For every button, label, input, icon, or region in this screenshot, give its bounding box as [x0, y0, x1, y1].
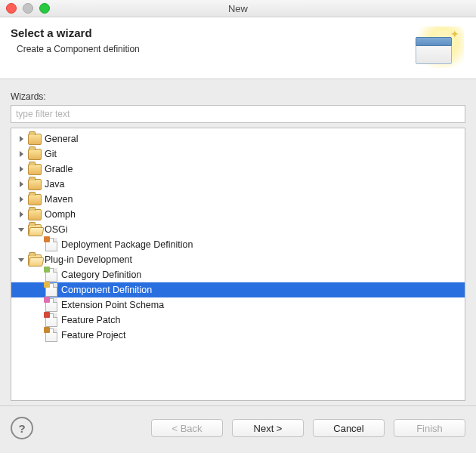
- chevron-right-icon[interactable]: [16, 209, 26, 220]
- tree-node-label: Git: [45, 146, 63, 162]
- tree-node-cat[interactable]: Category Definition: [11, 267, 465, 282]
- folder-icon: [28, 179, 42, 190]
- tree-node-label: Deployment Package Definition: [61, 237, 199, 252]
- filter-input[interactable]: [11, 105, 465, 123]
- tree-node-comp[interactable]: Component Definition: [11, 282, 465, 297]
- close-icon[interactable]: [6, 3, 17, 14]
- tree-node-java[interactable]: Java: [11, 177, 465, 192]
- chevron-right-icon[interactable]: [16, 194, 26, 205]
- chevron-right-icon[interactable]: [16, 164, 26, 174]
- tree-node-pde[interactable]: Plug-in Development: [11, 252, 465, 267]
- tree-node-label: Extension Point Schema: [61, 297, 170, 313]
- back-button[interactable]: < Back: [151, 419, 223, 437]
- tree-node-maven[interactable]: Maven: [11, 192, 465, 207]
- tree-node-label: General: [45, 131, 84, 146]
- window-controls: [6, 3, 50, 14]
- chevron-down-icon[interactable]: [16, 254, 26, 265]
- cancel-button[interactable]: Cancel: [313, 419, 385, 437]
- tree-node-osgi[interactable]: OSGi: [11, 222, 465, 237]
- tree-node-label: OSGi: [45, 222, 74, 237]
- tree-node-label: Gradle: [45, 162, 79, 177]
- footer: ? < Back Next > Cancel Finish: [0, 405, 476, 453]
- tree-node-dpp[interactable]: Deployment Package Definition: [11, 237, 465, 252]
- tree-node-label: Component Definition: [61, 282, 158, 297]
- folder-icon: [28, 134, 42, 145]
- document-icon: [45, 283, 57, 297]
- next-button[interactable]: Next >: [232, 419, 304, 437]
- tree-node-gradle[interactable]: Gradle: [11, 162, 465, 177]
- tree-node-label: Maven: [45, 192, 79, 207]
- document-icon: [45, 268, 57, 282]
- tree-node-oomph[interactable]: Oomph: [11, 207, 465, 222]
- tree-node-label: Java: [45, 177, 70, 192]
- folder-icon: [28, 149, 42, 160]
- tree-node-label: Feature Project: [61, 328, 131, 343]
- chevron-right-icon[interactable]: [16, 149, 26, 159]
- document-icon: [45, 328, 57, 342]
- banner-heading: Select a wizard: [11, 26, 140, 39]
- minimize-icon: [23, 3, 33, 14]
- document-icon: [45, 313, 57, 327]
- help-icon[interactable]: ?: [11, 417, 33, 439]
- tree-node-git[interactable]: Git: [11, 146, 465, 162]
- document-icon: [45, 298, 57, 312]
- title-bar: New: [0, 0, 476, 17]
- chevron-right-icon[interactable]: [16, 179, 26, 190]
- tree-node-label: Oomph: [45, 207, 82, 222]
- folder-icon: [28, 194, 42, 205]
- wizards-label: Wizards:: [11, 91, 465, 102]
- folder-open-icon: [28, 224, 42, 236]
- chevron-right-icon[interactable]: [16, 134, 26, 144]
- window-title: New: [0, 3, 476, 14]
- folder-open-icon: [28, 254, 42, 266]
- document-icon: [45, 238, 57, 251]
- wizard-icon: ✦: [411, 26, 464, 68]
- tree-node-label: Category Definition: [61, 267, 147, 282]
- folder-icon: [28, 209, 42, 220]
- tree-node-label: Plug-in Development: [45, 252, 138, 267]
- banner: Select a wizard Create a Component defin…: [0, 17, 476, 79]
- tree-node-featpatch[interactable]: Feature Patch: [11, 313, 465, 328]
- banner-description: Create a Component definition: [17, 44, 140, 54]
- folder-icon: [28, 164, 42, 175]
- tree-node-ext[interactable]: Extension Point Schema: [11, 297, 465, 313]
- dialog-window: New Select a wizard Create a Component d…: [0, 0, 476, 453]
- maximize-icon[interactable]: [39, 3, 50, 14]
- tree-node-general[interactable]: General: [11, 131, 465, 146]
- tree-node-featproj[interactable]: Feature Project: [11, 328, 465, 343]
- chevron-down-icon[interactable]: [16, 224, 26, 235]
- banner-text: Select a wizard Create a Component defin…: [11, 26, 140, 54]
- finish-button[interactable]: Finish: [394, 419, 465, 437]
- body: Wizards: GeneralGitGradleJavaMavenOomphO…: [0, 79, 476, 405]
- tree-node-label: Feature Patch: [61, 313, 127, 328]
- wizard-tree[interactable]: GeneralGitGradleJavaMavenOomphOSGiDeploy…: [11, 128, 465, 401]
